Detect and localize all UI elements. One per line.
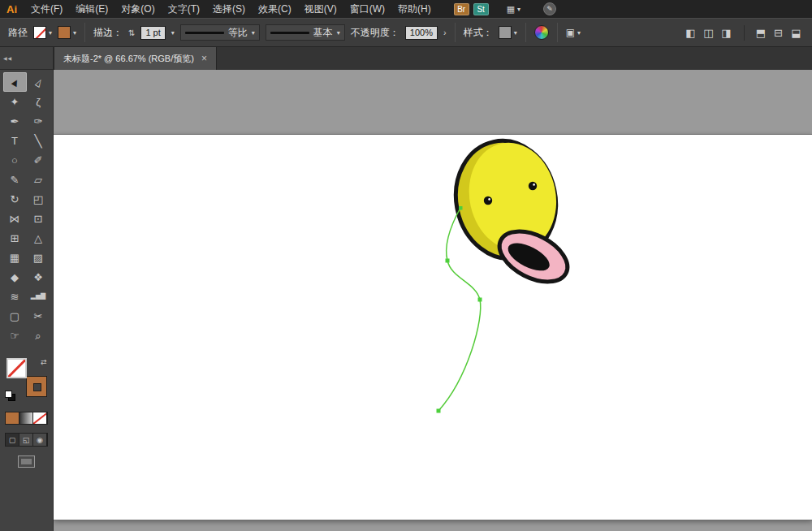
opacity-field[interactable]: 100% bbox=[405, 26, 438, 40]
zoom-tool[interactable]: ⌕ bbox=[27, 326, 50, 345]
opacity-label: 不透明度： bbox=[351, 26, 400, 40]
menu-file[interactable]: 文件(F) bbox=[24, 0, 69, 18]
mesh-tool[interactable]: ▦ bbox=[3, 248, 27, 267]
curvature-tool[interactable]: ✑ bbox=[27, 111, 50, 131]
magic-wand-tool[interactable]: ✦ bbox=[3, 92, 27, 111]
menu-object[interactable]: 对象(O) bbox=[114, 0, 161, 18]
gradient-button[interactable] bbox=[19, 412, 33, 424]
line-segment-tool[interactable]: ╲ bbox=[27, 131, 50, 150]
style-dropdown[interactable]: ▾ bbox=[499, 26, 517, 39]
slice-tool[interactable]: ✂ bbox=[27, 306, 50, 326]
column-graph-tool[interactable]: ▂▅▇ bbox=[27, 287, 50, 306]
document-tab[interactable]: 未标题-2* @ 66.67% (RGB/预览) × bbox=[54, 47, 217, 70]
symbol-sprayer-tool[interactable]: ≋ bbox=[3, 287, 27, 306]
control-bar: 路径 ▾ ▾ 描边： ⇅ 1 pt ▾ 等比 ▾ 基本 ▾ 不透明度： 100%… bbox=[0, 18, 812, 47]
chevron-down-icon: ▾ bbox=[49, 29, 52, 37]
artboard-tool[interactable]: ▢ bbox=[3, 306, 27, 326]
scale-tool[interactable]: ◰ bbox=[27, 189, 50, 209]
chevron-down-icon[interactable]: ▾ bbox=[171, 29, 175, 37]
grid-icon: ▦ bbox=[507, 4, 515, 15]
tools-panel-header[interactable]: ◀◀ bbox=[0, 47, 54, 70]
eraser-tool[interactable]: ▱ bbox=[27, 170, 50, 189]
fill-swatch[interactable] bbox=[6, 358, 27, 378]
menu-window[interactable]: 窗口(W) bbox=[343, 0, 391, 18]
menu-help[interactable]: 帮助(H) bbox=[391, 0, 438, 18]
color-button[interactable] bbox=[6, 412, 19, 424]
width-profile-dropdown[interactable]: 等比 ▾ bbox=[180, 24, 260, 41]
hand-tool[interactable]: ☞ bbox=[3, 326, 27, 345]
perspective-grid-tool[interactable]: △ bbox=[27, 228, 50, 248]
stroke-color-swatch[interactable] bbox=[58, 26, 71, 39]
draw-inside-button[interactable]: ◉ bbox=[33, 434, 47, 446]
swap-fill-stroke-icon[interactable]: ⇄ bbox=[41, 358, 47, 366]
collapse-panel-icon[interactable]: ◀◀ bbox=[3, 55, 12, 61]
stroke-color-dropdown[interactable]: ▾ bbox=[58, 26, 76, 39]
anchor-point[interactable] bbox=[478, 298, 482, 302]
none-button[interactable] bbox=[33, 412, 47, 424]
menu-items: 文件(F)编辑(E)对象(O)文字(T)选择(S)效果(C)视图(V)窗口(W)… bbox=[24, 0, 438, 18]
anchor-point[interactable] bbox=[459, 206, 463, 210]
artwork-character[interactable] bbox=[445, 132, 576, 292]
menu-view[interactable]: 视图(V) bbox=[298, 0, 343, 18]
stroke-swatch[interactable] bbox=[26, 376, 47, 397]
draw-behind-button[interactable]: ◱ bbox=[19, 434, 33, 446]
close-icon[interactable]: × bbox=[201, 53, 207, 64]
selection-tool[interactable]: ► bbox=[3, 72, 27, 92]
blend-tool[interactable]: ❖ bbox=[27, 267, 50, 287]
eyedropper-tool[interactable]: ◆ bbox=[3, 267, 27, 287]
vertical-align-bottom-icon[interactable]: ⬓ bbox=[788, 25, 804, 41]
type-tool[interactable]: T bbox=[3, 131, 27, 150]
pen-tool[interactable]: ✒ bbox=[3, 111, 27, 131]
menu-type[interactable]: 文字(T) bbox=[162, 0, 206, 18]
transform-icon: ▣ bbox=[566, 27, 575, 38]
direct-selection-tool[interactable]: ▻ bbox=[27, 72, 50, 92]
width-tool[interactable]: ⋈ bbox=[3, 209, 27, 228]
menu-bar: Ai 文件(F)编辑(E)对象(O)文字(T)选择(S)效果(C)视图(V)窗口… bbox=[0, 0, 812, 18]
width-profile-value: 等比 bbox=[228, 26, 248, 40]
horizontal-align-center-icon[interactable]: ◫ bbox=[701, 25, 716, 41]
gradient-tool[interactable]: ▨ bbox=[27, 248, 50, 267]
workspace-switcher-icon[interactable]: ✎ bbox=[543, 2, 556, 15]
arrange-documents-icon[interactable]: ▦ ▾ bbox=[507, 4, 520, 15]
anchor-point[interactable] bbox=[446, 259, 450, 263]
canvas[interactable] bbox=[54, 70, 812, 531]
paintbrush-tool[interactable]: ✐ bbox=[27, 150, 50, 170]
document-tab-title: 未标题-2* @ 66.67% (RGB/预览) bbox=[63, 53, 194, 65]
pencil-tool[interactable]: ✎ bbox=[3, 170, 27, 189]
stroke-weight-field[interactable]: 1 pt bbox=[140, 26, 165, 40]
fill-color-dropdown[interactable]: ▾ bbox=[33, 26, 52, 39]
fill-color-swatch[interactable] bbox=[33, 26, 46, 39]
opacity-panel-chevron-icon[interactable]: › bbox=[443, 28, 447, 37]
style-label: 样式： bbox=[464, 26, 493, 40]
lasso-tool[interactable]: ζ bbox=[27, 92, 50, 111]
draw-normal-button[interactable]: ▢ bbox=[6, 434, 19, 446]
stroke-weight-label: 描边： bbox=[93, 26, 123, 40]
menu-select[interactable]: 选择(S) bbox=[206, 0, 252, 18]
align-buttons: ◧◫◨⬒⊟⬓ bbox=[683, 25, 804, 41]
tab-row: ◀◀ 未标题-2* @ 66.67% (RGB/预览) × bbox=[0, 47, 812, 70]
vertical-align-top-icon[interactable]: ⬒ bbox=[744, 25, 768, 41]
free-transform-tool[interactable]: ⊡ bbox=[27, 209, 50, 228]
rotate-tool[interactable]: ↻ bbox=[3, 189, 27, 209]
default-fill-stroke-icon[interactable] bbox=[5, 391, 16, 401]
stepper-icon[interactable]: ⇅ bbox=[128, 28, 135, 37]
brush-definition-dropdown[interactable]: 基本 ▾ bbox=[266, 24, 345, 41]
shape-builder-tool[interactable]: ⊞ bbox=[3, 228, 27, 248]
menu-effect[interactable]: 效果(C) bbox=[252, 0, 298, 18]
anchor-point[interactable] bbox=[437, 409, 441, 413]
chevron-down-icon: ▾ bbox=[577, 29, 581, 37]
screen-mode-button[interactable] bbox=[18, 455, 35, 468]
right-eye bbox=[529, 182, 537, 190]
app-logo[interactable]: Ai bbox=[0, 3, 24, 15]
vertical-align-center-icon[interactable]: ⊟ bbox=[771, 25, 786, 41]
ellipse-tool[interactable]: ○ bbox=[3, 150, 27, 170]
horizontal-align-left-icon[interactable]: ◧ bbox=[683, 25, 698, 41]
stock-badge[interactable]: St bbox=[473, 3, 489, 15]
horizontal-align-right-icon[interactable]: ◨ bbox=[719, 25, 734, 41]
bridge-badge[interactable]: Br bbox=[454, 3, 469, 15]
transform-options-icon[interactable]: ▣ ▾ bbox=[566, 27, 581, 38]
recolor-artwork-icon[interactable] bbox=[534, 25, 549, 40]
style-swatch[interactable] bbox=[499, 26, 512, 39]
pen-glyph-icon: ✎ bbox=[546, 5, 553, 13]
menu-edit[interactable]: 编辑(E) bbox=[69, 0, 114, 18]
